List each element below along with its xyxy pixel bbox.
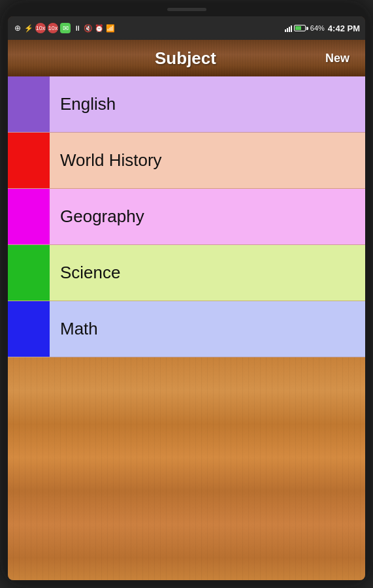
list-item[interactable]: Geography [8,189,365,245]
speaker-grill [167,8,206,11]
list-item[interactable]: Math [8,301,365,357]
list-item[interactable]: World History [8,133,365,189]
subject-color-bar [8,189,50,244]
usb-icon: ⚡ [24,24,33,33]
alarm-icon: ⏰ [95,24,104,33]
mute-icon: 🔇 [84,24,93,33]
subject-name: Science [50,245,365,301]
signal-bars [285,24,292,32]
battery-indicator [294,25,308,31]
wifi-icon: 📶 [106,24,115,33]
subject-color-bar [8,245,50,301]
subject-name: English [50,76,365,132]
subject-color-bar [8,133,50,188]
phone-screen: ⊕ ⚡ 10x 10x ✉ ⏸ 🔇 ⏰ 📶 [8,16,365,580]
page-title: Subject [51,48,320,69]
subject-color-bar [8,301,50,357]
new-button[interactable]: New [320,49,355,68]
status-left-icons: ⊕ ⚡ 10x 10x ✉ ⏸ 🔇 ⏰ 📶 [13,23,115,33]
add-icon: ⊕ [13,24,22,33]
time-display: 4:42 PM [328,24,360,33]
wood-bottom-decoration [8,357,365,580]
subject-name: World History [50,133,365,188]
status-right-icons: 64% 4:42 PM [285,24,360,33]
subject-name: Geography [50,189,365,244]
pause-icon: ⏸ [73,24,82,33]
subject-list: EnglishWorld HistoryGeographyScienceMath [8,76,365,580]
message-icon: ✉ [60,23,71,33]
notification-icon2: 10x [48,23,58,33]
phone-frame: ⊕ ⚡ 10x 10x ✉ ⏸ 🔇 ⏰ 📶 [0,0,373,588]
notification-icon1: 10x [35,23,46,33]
list-item[interactable]: Science [8,245,365,301]
app-header: Subject New [8,40,365,76]
subject-color-bar [8,76,50,132]
status-bar: ⊕ ⚡ 10x 10x ✉ ⏸ 🔇 ⏰ 📶 [8,16,365,40]
subject-name: Math [50,301,365,357]
list-item[interactable]: English [8,76,365,133]
battery-percent: 64% [310,24,325,32]
